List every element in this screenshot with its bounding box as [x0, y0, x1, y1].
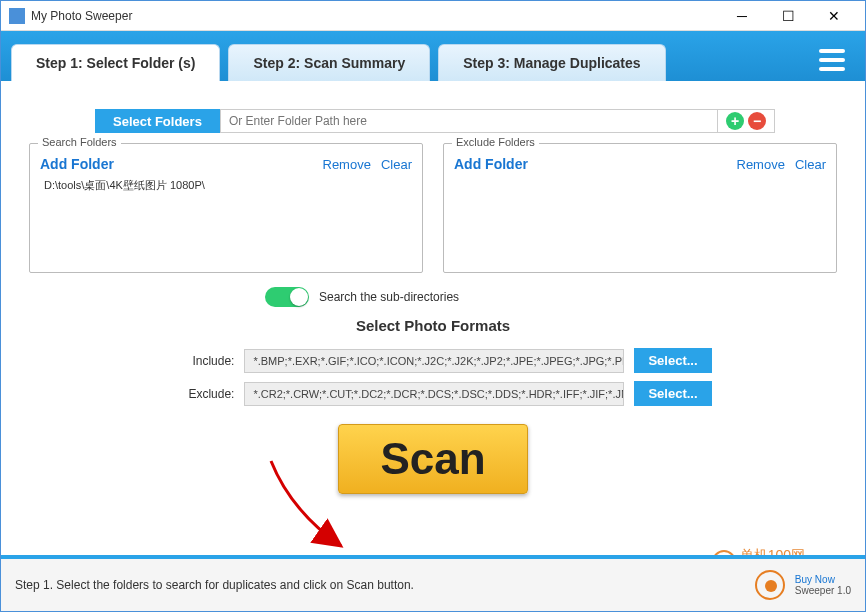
subdirectories-toggle-row: Search the sub-directories [265, 287, 851, 307]
clear-exclude-folders-link[interactable]: Clear [795, 157, 826, 172]
footer-logo-icon [755, 570, 785, 600]
subdirectories-toggle[interactable] [265, 287, 309, 307]
title-bar: My Photo Sweeper ─ ☐ ✕ [1, 1, 865, 31]
window-title: My Photo Sweeper [31, 9, 719, 23]
search-folder-item[interactable]: D:\tools\桌面\4K壁纸图片 1080P\ [40, 178, 412, 193]
tab-step2[interactable]: Step 2: Scan Summary [228, 44, 430, 81]
clear-search-folders-link[interactable]: Clear [381, 157, 412, 172]
include-formats-row: Include: *.BMP;*.EXR;*.GIF;*.ICO;*.ICON;… [15, 348, 851, 373]
minimize-button[interactable]: ─ [719, 1, 765, 31]
remove-exclude-folder-link[interactable]: Remove [737, 157, 785, 172]
buy-now-link[interactable]: Buy Now [795, 574, 851, 585]
include-select-button[interactable]: Select... [634, 348, 711, 373]
exclude-formats-row: Exclude: *.CR2;*.CRW;*.CUT;*.DC2;*.DCR;*… [15, 381, 851, 406]
search-folders-panel: Search Folders Add Folder Remove Clear D… [29, 143, 423, 273]
exclude-select-button[interactable]: Select... [634, 381, 711, 406]
maximize-button[interactable]: ☐ [765, 1, 811, 31]
toggle-knob [290, 288, 308, 306]
exclude-label: Exclude: [154, 387, 234, 401]
subdirectories-label: Search the sub-directories [319, 290, 459, 304]
folder-path-input[interactable] [220, 109, 718, 133]
include-formats-value: *.BMP;*.EXR;*.GIF;*.ICO;*.ICON;*.J2C;*.J… [244, 349, 624, 373]
footer-right: Buy Now Sweeper 1.0 [755, 570, 851, 600]
window-controls: ─ ☐ ✕ [719, 1, 857, 31]
app-icon [9, 8, 25, 24]
add-exclude-folder-link[interactable]: Add Folder [454, 156, 528, 172]
folder-input-row: Select Folders + − [95, 109, 775, 133]
exclude-folders-legend: Exclude Folders [452, 136, 539, 148]
tab-strip: Step 1: Select Folder (s) Step 2: Scan S… [1, 31, 865, 81]
close-button[interactable]: ✕ [811, 1, 857, 31]
include-label: Include: [154, 354, 234, 368]
remove-search-folder-link[interactable]: Remove [323, 157, 371, 172]
version-label: Sweeper 1.0 [795, 585, 851, 596]
remove-path-icon[interactable]: − [748, 112, 766, 130]
folder-row-actions: + − [718, 109, 775, 133]
scan-button[interactable]: Scan [338, 424, 528, 494]
tab-step1[interactable]: Step 1: Select Folder (s) [11, 44, 220, 81]
add-search-folder-link[interactable]: Add Folder [40, 156, 114, 172]
select-folders-button[interactable]: Select Folders [95, 109, 220, 133]
menu-icon[interactable] [809, 39, 855, 81]
add-path-icon[interactable]: + [726, 112, 744, 130]
exclude-folders-panel: Exclude Folders Add Folder Remove Clear [443, 143, 837, 273]
search-folders-legend: Search Folders [38, 136, 121, 148]
formats-title: Select Photo Formats [15, 317, 851, 334]
content-area: Select Folders + − Search Folders Add Fo… [1, 81, 865, 551]
status-text: Step 1. Select the folders to search for… [15, 578, 755, 592]
exclude-formats-value: *.CR2;*.CRW;*.CUT;*.DC2;*.DCR;*.DCS;*.DS… [244, 382, 624, 406]
status-bar: Step 1. Select the folders to search for… [1, 555, 865, 611]
tab-step3[interactable]: Step 3: Manage Duplicates [438, 44, 665, 81]
